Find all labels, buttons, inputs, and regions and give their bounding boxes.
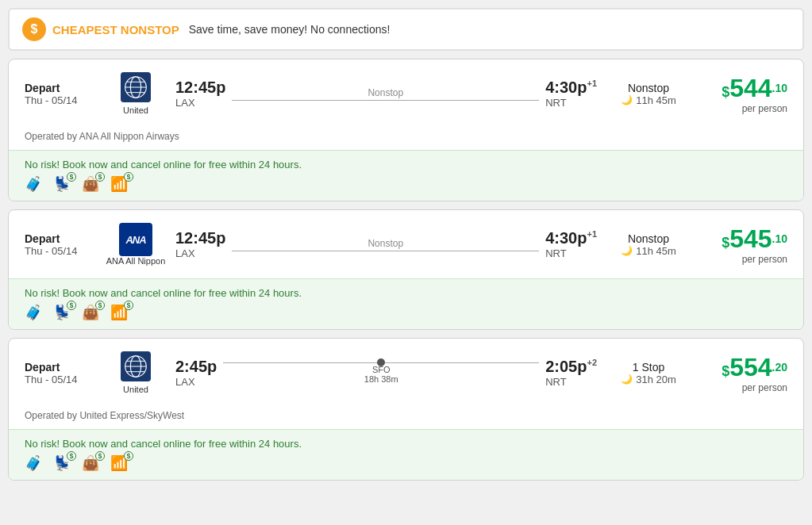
nonstop-label: Nonstop: [368, 87, 403, 98]
airline-name: United: [123, 385, 148, 394]
arr-time: 2:05p+2: [545, 358, 597, 376]
flight-type: Nonstop: [605, 82, 692, 94]
price-section: $545.10 per person: [700, 224, 787, 265]
stop-info: SFO18h 38m: [364, 365, 398, 384]
moon-icon: 🌙: [621, 94, 633, 105]
cheapest-nonstop-banner: $ CHEAPEST NONSTOP Save time, save money…: [8, 8, 804, 51]
duration: 🌙 11h 45m: [605, 94, 692, 106]
price-section: $544.10 per person: [700, 74, 787, 114]
baggage-icon: 🧳: [25, 454, 42, 472]
flight-type: 1 Stop: [605, 361, 692, 374]
flight-main-2: Depart Thu - 05/14 ANA ANA All Nippon 12…: [9, 210, 803, 278]
dep-block: 12:45p LAX: [175, 79, 225, 109]
flight-duration: Nonstop 🌙 11h 45m: [605, 82, 692, 106]
depart-info: Depart Thu - 05/14: [25, 82, 96, 106]
per-person: per person: [700, 254, 787, 265]
route-line: SFO18h 38m: [223, 362, 539, 384]
promo-bar: No risk! Book now and cancel online for …: [9, 429, 803, 480]
bag-dollar-icon: 👜$: [82, 175, 99, 193]
wifi-dollar-icon: 📶$: [110, 304, 128, 321]
dep-block: 12:45p LAX: [175, 229, 225, 259]
airline-logo: ANA ANA All Nippon: [104, 223, 167, 266]
route-line: Nonstop: [232, 238, 539, 251]
flight-card-1[interactable]: Depart Thu - 05/14 United 12:45p LAX: [8, 59, 804, 201]
airline-name: United: [123, 105, 148, 115]
dep-airport: LAX: [175, 376, 195, 388]
flight-route: 12:45p LAX Nonstop 4:30p+1 NRT: [175, 79, 597, 109]
bag-dollar-icon: 👜$: [82, 454, 99, 472]
seat-dollar-icon: 💺$: [53, 454, 71, 472]
flight-main-3: Depart Thu - 05/14 United 2:45p LAX: [9, 339, 803, 407]
banner-subtitle: Save time, save money! No connections!: [189, 23, 391, 36]
per-person: per person: [700, 103, 787, 114]
arr-time: 4:30p+1: [545, 229, 597, 247]
depart-info: Depart Thu - 05/14: [25, 232, 96, 257]
flight-card-3[interactable]: Depart Thu - 05/14 United 2:45p LAX: [8, 338, 804, 481]
baggage-icon: 🧳: [25, 304, 42, 321]
arr-block: 2:05p+2 NRT: [545, 358, 597, 388]
arr-airport: NRT: [545, 97, 566, 109]
flight-duration: Nonstop 🌙 11h 45m: [605, 232, 692, 257]
promo-text: No risk! Book now and cancel online for …: [25, 159, 787, 171]
route-line: Nonstop: [232, 87, 539, 101]
arr-sup: +1: [587, 79, 597, 88]
flight-type: Nonstop: [605, 232, 692, 245]
price-section: $554.20 per person: [700, 353, 787, 393]
seat-dollar-icon: 💺$: [53, 304, 71, 321]
flight-duration: 1 Stop 🌙 31h 20m: [605, 361, 692, 385]
promo-bar: No risk! Book now and cancel online for …: [9, 150, 803, 201]
depart-label: Depart: [25, 82, 96, 94]
promo-text: No risk! Book now and cancel online for …: [25, 438, 787, 450]
dep-time: 12:45p: [175, 79, 225, 97]
operated-by: Operated by United Express/SkyWest: [9, 407, 803, 429]
bag-dollar-icon: 👜$: [82, 304, 99, 321]
price: $554.20: [700, 353, 787, 382]
dep-airport: LAX: [175, 97, 195, 109]
depart-label: Depart: [25, 361, 96, 374]
nonstop-label: Nonstop: [368, 238, 403, 249]
banner-badge-icon: $: [22, 17, 46, 41]
arr-sup: +2: [587, 358, 597, 367]
promo-text: No risk! Book now and cancel online for …: [25, 287, 787, 299]
seat-dollar-icon: 💺$: [53, 175, 71, 193]
flight-route: 12:45p LAX Nonstop 4:30p+1 NRT: [175, 229, 597, 259]
flight-card-2[interactable]: Depart Thu - 05/14 ANA ANA All Nippon 12…: [8, 209, 804, 330]
wifi-dollar-icon: 📶$: [110, 175, 128, 193]
depart-info: Depart Thu - 05/14: [25, 361, 96, 385]
price-cents: .10: [772, 232, 787, 245]
price-cents: .20: [772, 361, 787, 374]
flight-main-1: Depart Thu - 05/14 United 12:45p LAX: [9, 59, 803, 128]
promo-icons: 🧳 💺$ 👜$ 📶$: [25, 304, 787, 321]
airline-logo: United: [104, 72, 167, 115]
duration: 🌙 11h 45m: [605, 245, 692, 257]
depart-date: Thu - 05/14: [25, 374, 96, 385]
operated-by: Operated by ANA All Nippon Airways: [9, 128, 803, 150]
arr-airport: NRT: [545, 247, 566, 259]
price: $544.10: [700, 74, 787, 103]
price-dollars: 545: [729, 224, 772, 253]
depart-date: Thu - 05/14: [25, 245, 96, 257]
dep-airport: LAX: [175, 247, 195, 259]
dep-time: 12:45p: [175, 229, 225, 247]
flight-route: 2:45p LAX SFO18h 38m 2:05p+2 NRT: [175, 358, 597, 388]
price-dollars: 554: [729, 353, 772, 381]
airline-logo: United: [104, 351, 167, 394]
duration: 🌙 31h 20m: [605, 374, 692, 385]
promo-bar: No risk! Book now and cancel online for …: [9, 278, 803, 329]
per-person: per person: [700, 382, 787, 393]
banner-label: CHEAPEST NONSTOP: [52, 23, 179, 36]
moon-icon: 🌙: [621, 374, 633, 385]
arr-sup: +1: [587, 229, 597, 239]
moon-icon: 🌙: [621, 245, 633, 256]
depart-date: Thu - 05/14: [25, 94, 96, 106]
airline-name: ANA All Nippon: [106, 256, 166, 266]
dep-block: 2:45p LAX: [175, 358, 217, 388]
arr-airport: NRT: [545, 376, 566, 388]
price: $545.10: [700, 224, 787, 254]
promo-icons: 🧳 💺$ 👜$ 📶$: [25, 454, 787, 472]
arr-block: 4:30p+1 NRT: [545, 79, 597, 109]
arr-time: 4:30p+1: [545, 79, 597, 97]
arr-block: 4:30p+1 NRT: [545, 229, 597, 259]
baggage-icon: 🧳: [25, 175, 42, 193]
depart-label: Depart: [25, 232, 96, 245]
